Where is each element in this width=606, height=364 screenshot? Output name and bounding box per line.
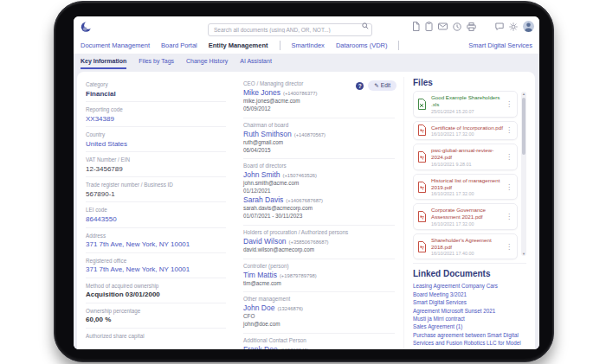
person-phone: (+140870567)	[294, 132, 326, 137]
field-value[interactable]: 371 7th Ave, New York, NY 10001	[86, 265, 226, 274]
section-board-of-directors: Board of directors John Smith(+150746352…	[243, 159, 395, 225]
tenant-name[interactable]: Smart Digital Services	[468, 42, 532, 49]
field-value[interactable]: XX34389	[86, 115, 226, 124]
tablet-frame: Document Management Board Portal Entity …	[54, 1, 554, 362]
section-label: Other management	[243, 296, 395, 302]
files-scrollbar[interactable]: ▲ ▼	[521, 92, 526, 256]
clock-icon[interactable]	[453, 22, 461, 31]
nav-board-portal[interactable]: Board Portal	[161, 42, 197, 49]
file-name: Certificate of Incorporation.pdf	[431, 125, 505, 131]
linked-document[interactable]: Board Meeting 3/2021	[413, 291, 526, 298]
person-email: sarah.davis@acmecorp.com	[243, 205, 395, 213]
file-meta: Shareholder's Agreement 2018.pdf 16/10/2…	[431, 237, 505, 257]
field-authorized-share-capital: Authorized share capital	[86, 329, 226, 345]
app-window: Document Management Board Portal Entity …	[74, 16, 539, 349]
kebab-menu-icon[interactable]: ⋮	[505, 100, 513, 108]
section-label: Board of directors	[243, 163, 395, 169]
field-value: 12-3456789	[86, 165, 226, 174]
file-timestamp: 16/10/2021 17.40.00	[431, 251, 505, 256]
chat-icon[interactable]	[495, 22, 504, 31]
mail-icon[interactable]	[438, 22, 448, 30]
file-name: pwc-global-annual-review-2024.pdf	[431, 147, 505, 161]
person-link[interactable]: John Doe(13246876)	[243, 303, 395, 313]
kebab-menu-icon[interactable]: ⋮	[505, 126, 513, 134]
field-value: Financial	[86, 90, 226, 99]
field-lei-code: LEI code 86443550	[86, 202, 226, 227]
file-name: Corporate Governance Assessment 2021.pdf	[431, 207, 505, 220]
clipboard-icon[interactable]	[425, 22, 433, 31]
file-row[interactable]: Shareholder's Agreement 2018.pdf 16/10/2…	[413, 233, 518, 260]
person-phone: (+1400786377)	[283, 91, 318, 96]
top-icon-strip	[412, 21, 534, 32]
field-ownership-percentage: Ownership percentage 60,00 %	[86, 303, 226, 329]
nav-smartindex[interactable]: SmartIndex	[292, 42, 325, 49]
person-link[interactable]: John Smith(+1507463526)	[243, 170, 395, 180]
search-input[interactable]	[208, 23, 372, 36]
person-email: john@doe.com	[243, 321, 395, 329]
file-meta: Certificate of Incorporation.pdf 16/10/2…	[431, 125, 505, 137]
search-icon[interactable]	[362, 22, 369, 29]
field-registered-office: Registered office 371 7th Ave, New York,…	[86, 253, 226, 278]
user-avatar[interactable]	[523, 21, 534, 32]
linked-document[interactable]: Smart Digital Services	[413, 298, 526, 306]
field-value[interactable]: United States	[86, 140, 226, 149]
tab-key-information[interactable]: Key Information	[81, 58, 126, 69]
kebab-menu-icon[interactable]: ⋮	[505, 243, 513, 251]
file-row[interactable]: Corporate Governance Assessment 2021.pdf…	[413, 203, 518, 230]
kebab-menu-icon[interactable]: ⋮	[505, 213, 513, 220]
linked-documents-section: Linked Documents Leasing Agreement Compa…	[413, 263, 526, 349]
field-label: LEI code	[86, 207, 226, 213]
person-link[interactable]: Ruth Smithson(+140870567)	[243, 130, 395, 139]
scroll-up-icon[interactable]: ▲	[521, 92, 526, 96]
section-other-management: Other management John Doe(13246876) CFO …	[243, 292, 395, 334]
pdf-file-icon	[417, 182, 428, 193]
file-row[interactable]: Certificate of Incorporation.pdf 16/10/2…	[413, 121, 518, 141]
linked-document[interactable]: Musti ja Mirri contract	[413, 315, 526, 322]
files-heading: Files	[413, 78, 526, 87]
files-list: Good Example Shareholders .xls 25/01/202…	[413, 91, 526, 259]
nav-entity-management[interactable]: Entity Management	[209, 42, 268, 49]
field-label: VAT Number / EIN	[86, 156, 226, 163]
person-link[interactable]: Tim Mattis(+19879789798)	[243, 271, 395, 280]
file-meta: pwc-global-annual-review-2024.pdf 16/10/…	[431, 147, 505, 167]
person-link[interactable]: David Wilson(+358506768687)	[243, 237, 395, 246]
file-row[interactable]: Good Example Shareholders .xls 25/01/202…	[413, 91, 518, 118]
edit-button[interactable]: ✎Edit	[368, 80, 396, 91]
tab-files-by-tags[interactable]: Files by Tags	[139, 58, 174, 69]
sub-tabs: Key Information Files by Tags Change His…	[74, 54, 539, 69]
kebab-menu-icon[interactable]: ⋮	[505, 183, 513, 191]
help-icon[interactable]: ?	[356, 82, 364, 90]
tab-ai-assistant[interactable]: AI Assistant	[240, 58, 272, 69]
pdf-file-icon	[417, 241, 428, 252]
field-label: Method of acquired ownership	[86, 283, 226, 289]
linked-document[interactable]: Sales Agreement (1)	[413, 322, 526, 330]
scroll-down-icon[interactable]: ▼	[521, 252, 526, 256]
kebab-menu-icon[interactable]: ⋮	[505, 153, 513, 161]
person-phone: (+19879789798)	[280, 273, 317, 278]
person-phone: (+1507463526)	[283, 173, 318, 178]
file-meta: Good Example Shareholders .xls 25/01/202…	[431, 94, 505, 114]
linked-document[interactable]: Leasing Agreement Company Cars	[413, 282, 526, 290]
field-label: Category	[86, 81, 226, 87]
scrollbar-thumb[interactable]	[522, 98, 525, 155]
tab-change-history[interactable]: Change History	[186, 58, 228, 69]
section-label: Controller (person)	[243, 263, 395, 269]
person-phone: (165768543)	[280, 348, 309, 349]
field-value[interactable]: 371 7th Ave, New York, NY 10001	[86, 240, 226, 249]
document-icon[interactable]	[412, 22, 420, 31]
person-link[interactable]: Sarah Davis(+14067687687)	[243, 195, 395, 205]
nav-datarooms-vdr[interactable]: Datarooms (VDR)	[336, 42, 388, 49]
page-background: Document Management Board Portal Entity …	[0, 0, 606, 364]
file-row[interactable]: pwc-global-annual-review-2024.pdf 16/10/…	[413, 144, 518, 170]
top-bar	[74, 16, 539, 37]
linked-document[interactable]: Purchase agreement between Smart Digital…	[413, 331, 526, 349]
linked-document[interactable]: Agreement Microsoft Sunset 2021	[413, 307, 526, 315]
field-label: Country	[86, 131, 226, 137]
person-link[interactable]: Frank Doe(165768543)	[243, 345, 395, 349]
field-label: Registered office	[86, 258, 226, 264]
printer-icon[interactable]	[467, 22, 476, 31]
field-value[interactable]: 86443550	[86, 215, 226, 224]
file-row[interactable]: Historical list of management 2019.pdf 1…	[413, 174, 518, 201]
nav-document-management[interactable]: Document Management	[81, 42, 150, 49]
gear-icon[interactable]	[509, 22, 518, 31]
